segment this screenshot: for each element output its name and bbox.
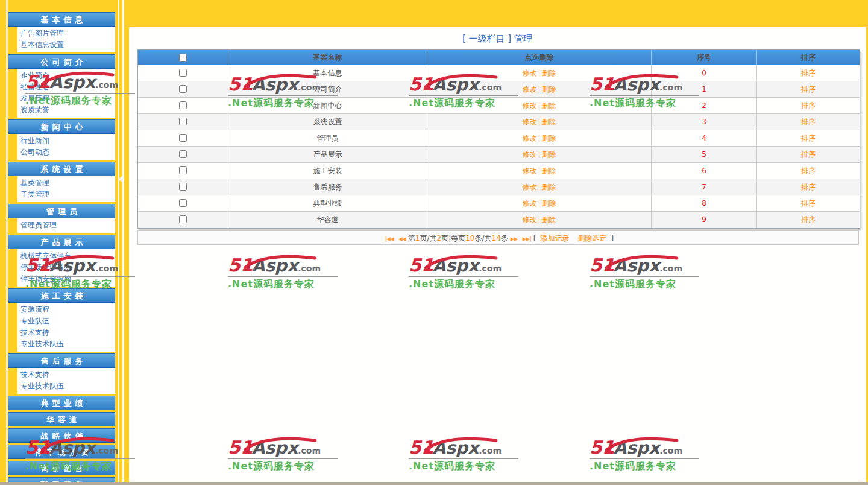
sidebar-section-header-8[interactable]: 典型业绩 bbox=[8, 396, 115, 410]
sidebar-item[interactable]: 公司动态 bbox=[17, 147, 115, 158]
delete-link[interactable]: 删除 bbox=[542, 118, 556, 126]
table-row: 售后服务修改|删除7排序 bbox=[138, 179, 860, 195]
category-name-cell: 产品展示 bbox=[228, 147, 427, 163]
prev-page-button[interactable]: ◀◀ bbox=[398, 236, 406, 242]
watermark-logo: 51Aspx.com bbox=[409, 437, 518, 459]
sidebar-item[interactable]: 广告图片管理 bbox=[17, 28, 115, 39]
row-sort-cell: 排序 bbox=[757, 130, 860, 147]
edit-link[interactable]: 修改 bbox=[522, 85, 536, 94]
watermark-tagline: .Net源码服务专家 bbox=[25, 277, 135, 291]
delete-link[interactable]: 删除 bbox=[542, 134, 556, 142]
edit-link[interactable]: 修改 bbox=[522, 101, 536, 110]
first-page-button[interactable]: |◀◀ bbox=[385, 236, 394, 242]
watermark-tagline: .Net源码服务专家 bbox=[228, 459, 338, 473]
sidebar-section-header-9[interactable]: 华容道 bbox=[8, 412, 115, 426]
sidebar-items-group: 广告图片管理基本信息设置 bbox=[17, 27, 115, 52]
watermark-tagline: .Net源码服务专家 bbox=[228, 96, 338, 110]
sidebar-item[interactable]: 行业新闻 bbox=[17, 135, 115, 147]
sidebar-item[interactable]: 技术支持 bbox=[17, 369, 115, 381]
row-checkbox[interactable] bbox=[179, 215, 187, 223]
sort-link[interactable]: 排序 bbox=[801, 199, 816, 208]
edit-link[interactable]: 修改 bbox=[522, 134, 536, 142]
edit-link[interactable]: 修改 bbox=[522, 166, 536, 175]
watermark-tagline: .Net源码服务专家 bbox=[590, 459, 699, 473]
sidebar-items-group: 安装流程专业队伍技术支持专业技术队伍 bbox=[17, 303, 115, 352]
table-row: 系统设置修改|删除3排序 bbox=[138, 114, 860, 130]
edit-link[interactable]: 修改 bbox=[522, 183, 536, 191]
sidebar-item[interactable]: 基本信息设置 bbox=[17, 39, 115, 51]
sidebar-items-group: 行业新闻公司动态 bbox=[17, 134, 115, 160]
sort-link[interactable]: 排序 bbox=[801, 101, 816, 110]
sort-link[interactable]: 排序 bbox=[801, 215, 816, 224]
edit-link[interactable]: 修改 bbox=[522, 215, 536, 224]
row-index: 4 bbox=[652, 130, 757, 147]
watermark-aspx: Aspx bbox=[614, 438, 659, 458]
delete-link[interactable]: 删除 bbox=[542, 166, 556, 175]
delete-link[interactable]: 删除 bbox=[542, 150, 556, 159]
sidebar-section-header-2[interactable]: 新闻中心 bbox=[8, 119, 115, 134]
action-separator: | bbox=[538, 118, 540, 126]
sidebar-item[interactable]: 技术支持 bbox=[17, 327, 115, 338]
delete-link[interactable]: 删除 bbox=[542, 183, 556, 191]
delete-link[interactable]: 删除 bbox=[542, 215, 556, 224]
category-name-cell: 施工安装 bbox=[228, 163, 427, 179]
sidebar-section-header-4[interactable]: 管理员 bbox=[8, 204, 115, 218]
sort-link[interactable]: 排序 bbox=[801, 69, 816, 77]
row-index: 8 bbox=[652, 195, 757, 212]
add-record-link[interactable]: 添加记录 bbox=[540, 234, 569, 242]
sidebar-item[interactable]: 基类管理 bbox=[17, 177, 115, 189]
edit-link[interactable]: 修改 bbox=[522, 69, 536, 77]
delete-link[interactable]: 删除 bbox=[542, 101, 556, 110]
row-checkbox[interactable] bbox=[179, 199, 187, 207]
last-page-button[interactable]: ▶▶| bbox=[523, 236, 531, 242]
watermark: 51Aspx.com.Net源码服务专家 bbox=[25, 71, 135, 107]
delete-link[interactable]: 删除 bbox=[542, 199, 556, 208]
row-checkbox[interactable] bbox=[179, 166, 187, 174]
sidebar-collapse-arrow-icon[interactable] bbox=[118, 176, 123, 183]
watermark-logo: 51Aspx.com bbox=[25, 71, 135, 94]
delete-link[interactable]: 删除 bbox=[542, 69, 556, 77]
sort-link[interactable]: 排序 bbox=[801, 183, 816, 191]
row-checkbox[interactable] bbox=[179, 85, 187, 93]
sidebar-item[interactable]: 专业技术队伍 bbox=[17, 338, 115, 350]
row-checkbox[interactable] bbox=[179, 150, 187, 158]
row-select-cell bbox=[138, 114, 228, 130]
edit-link[interactable]: 修改 bbox=[522, 150, 536, 159]
next-page-button[interactable]: ▶▶ bbox=[511, 236, 518, 242]
sidebar-section-header-3[interactable]: 系统设置 bbox=[8, 162, 115, 176]
row-checkbox[interactable] bbox=[179, 183, 187, 191]
row-checkbox[interactable] bbox=[179, 134, 187, 142]
watermark-51: 51 bbox=[25, 71, 51, 92]
sidebar-section-header-0[interactable]: 基本信息 bbox=[8, 12, 115, 27]
sidebar-item[interactable]: 安装流程 bbox=[17, 304, 115, 315]
row-actions-cell: 修改|删除 bbox=[427, 147, 652, 163]
action-separator: | bbox=[538, 215, 540, 224]
sort-link[interactable]: 排序 bbox=[801, 118, 816, 126]
sidebar-section-header-7[interactable]: 售后服务 bbox=[8, 353, 115, 368]
row-checkbox[interactable] bbox=[179, 101, 187, 109]
row-sort-cell: 排序 bbox=[757, 212, 860, 228]
edit-link[interactable]: 修改 bbox=[522, 199, 536, 208]
sort-link[interactable]: 排序 bbox=[801, 150, 816, 159]
watermark-tagline: .Net源码服务专家 bbox=[590, 96, 699, 110]
sidebar-section-header-5[interactable]: 产品展示 bbox=[8, 235, 115, 249]
watermark-51: 51 bbox=[590, 437, 615, 458]
pagination-text: 页|每页 bbox=[441, 234, 465, 242]
watermark-logo: 51Aspx.com bbox=[25, 255, 135, 277]
row-checkbox[interactable] bbox=[179, 69, 187, 77]
sidebar-item[interactable]: 子类管理 bbox=[17, 189, 115, 200]
delete-selected-link[interactable]: 删除选定 bbox=[577, 234, 606, 242]
row-sort-cell: 排序 bbox=[757, 163, 860, 179]
sidebar-item[interactable]: 专业队伍 bbox=[17, 315, 115, 327]
sort-link[interactable]: 排序 bbox=[801, 85, 816, 94]
sidebar-item[interactable]: 管理员管理 bbox=[17, 220, 115, 231]
select-all-checkbox[interactable] bbox=[179, 54, 187, 62]
edit-link[interactable]: 修改 bbox=[522, 118, 536, 126]
row-checkbox[interactable] bbox=[179, 118, 187, 125]
sort-link[interactable]: 排序 bbox=[801, 166, 816, 175]
sidebar-item[interactable]: 专业技术队伍 bbox=[17, 381, 115, 392]
sidebar-section-header-1[interactable]: 公司简介 bbox=[8, 54, 115, 69]
row-select-cell bbox=[138, 98, 228, 114]
sort-link[interactable]: 排序 bbox=[801, 134, 816, 142]
delete-link[interactable]: 删除 bbox=[542, 85, 556, 94]
